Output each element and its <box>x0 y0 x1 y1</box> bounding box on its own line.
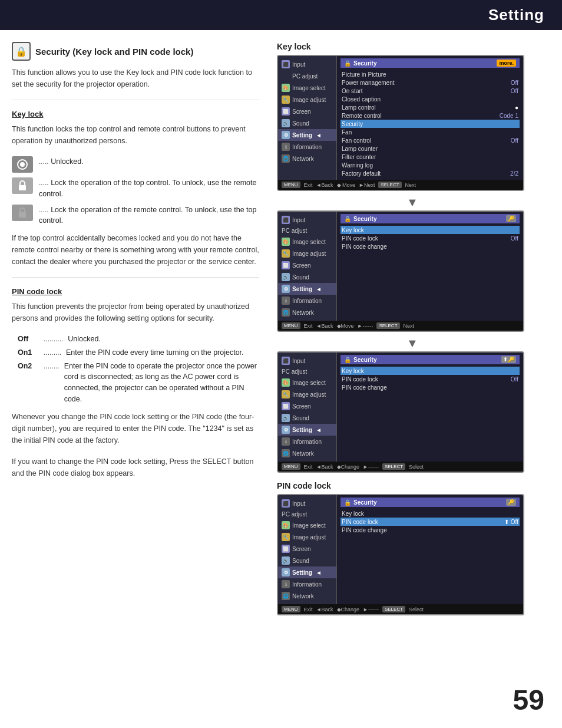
sidebar-item-imgsel-3[interactable]: 🎨 Image select <box>278 377 336 388</box>
sidebar-item-network-2[interactable]: 🌐 Network <box>278 307 336 318</box>
osd-row-fanctrl: Fan controlOff <box>340 136 520 144</box>
sidebar-item-screen-4[interactable]: ⬜ Screen <box>278 543 336 555</box>
sound-icon-3: 🔊 <box>282 414 290 422</box>
pin-option-off: Off .......... Unlocked. <box>18 334 259 345</box>
pin-lock-description: This function prevents the projector fro… <box>12 301 259 324</box>
more-badge-1: more. <box>497 60 516 67</box>
top-control-lock-icon <box>12 177 33 194</box>
sidebar-item-sound-1[interactable]: 🔊 Sound <box>278 117 336 129</box>
osd-sidebar-1: ⬛ Input PC adjust 🎨 Image select 🔧 Image… <box>278 56 337 180</box>
sidebar-item-setting-4[interactable]: ⚙ Setting ◄ <box>278 566 336 578</box>
sidebar-item-screen-1[interactable]: ⬜ Screen <box>278 106 336 117</box>
sound-icon-4: 🔊 <box>282 556 290 565</box>
sidebar-item-pcadj-2[interactable]: PC adjust <box>278 226 336 236</box>
osd-row-filter: Filter counter <box>340 153 520 161</box>
pin-off-text: Unlocked. <box>68 334 101 345</box>
pin-on1-key: On1 <box>18 347 39 358</box>
osd-main-1: 🔒 Security more. Picture in Picture Powe… <box>337 56 523 180</box>
imgadj-icon-2: 🔧 <box>282 249 290 258</box>
sidebar-item-sound-2[interactable]: 🔊 Sound <box>278 271 336 283</box>
imgsel-icon-1: 🎨 <box>282 84 290 92</box>
sidebar-item-sound-3[interactable]: 🔊 Sound <box>278 412 336 424</box>
sidebar-item-network-4[interactable]: 🌐 Network <box>278 590 336 602</box>
input-icon-1: ⬛ <box>282 60 290 68</box>
sidebar-item-info-4[interactable]: ℹ Information <box>278 578 336 590</box>
sidebar-item-imgadj-3[interactable]: 🔧 Image adjust <box>278 388 336 400</box>
setting-icon-4: ⚙ <box>282 568 290 577</box>
security-intro: This function allows you to use the Key … <box>12 67 259 90</box>
sidebar-item-screen-3[interactable]: ⬜ Screen <box>278 400 336 412</box>
osd-submenu-title-1: 🔒 Security more. <box>340 58 520 68</box>
remote-lock-icon <box>12 205 33 221</box>
osd-row-keylock-4: Key lock <box>340 509 520 518</box>
osd-row-pip: Picture in Picture <box>340 70 520 78</box>
screen-icon-2: ⬜ <box>282 261 290 269</box>
pcadj-icon-1 <box>282 72 290 80</box>
sidebar-item-input-2[interactable]: ⬛ Input <box>278 214 336 226</box>
sidebar-item-pcadj-4[interactable]: PC adjust <box>278 509 336 519</box>
sidebar-item-setting-2[interactable]: ⚙ Setting ◄ <box>278 283 336 295</box>
info-icon-2: ℹ <box>282 297 290 305</box>
osd-submenu-title-4: 🔒 Security 🔑 <box>340 498 520 507</box>
sidebar-item-imgsel-2[interactable]: 🎨 Image select <box>278 236 336 248</box>
sidebar-item-imgadj-2[interactable]: 🔧 Image adjust <box>278 248 336 259</box>
sidebar-item-setting-3[interactable]: ⚙ Setting ◄ <box>278 424 336 436</box>
pin-option-on1: On1 ......... Enter the PIN code every t… <box>18 347 259 358</box>
divider-1 <box>12 100 259 100</box>
sidebar-item-info-3[interactable]: ℹ Information <box>278 436 336 447</box>
osd-main-4: 🔒 Security 🔑 Key lock PIN code lock⬆ Off… <box>337 495 523 604</box>
network-icon-4: 🌐 <box>282 592 290 600</box>
osd-row-lamp: Lamp control● <box>340 103 520 111</box>
sidebar-item-imgsel-1[interactable]: 🎨 Image select <box>278 82 336 94</box>
osd-footer-3: MENU Exit ◄Back ◆Change ►------ SELECT S… <box>278 462 523 472</box>
pin-on2-text: Enter the PIN code to operate the projec… <box>64 361 259 405</box>
unlocked-icon <box>12 156 33 173</box>
setting-icon-1: ⚙ <box>282 131 290 139</box>
osd-row-factory: Factory default2/2 <box>340 169 520 177</box>
osd-row-security: Security <box>340 120 520 128</box>
osd-row-pinlock-4: PIN code lock⬆ Off <box>340 518 520 526</box>
sound-icon-2: 🔊 <box>282 273 290 281</box>
page-title: Setting <box>488 6 544 24</box>
sidebar-item-input-3[interactable]: ⬛ Input <box>278 355 336 367</box>
sidebar-item-screen-2[interactable]: ⬜ Screen <box>278 259 336 271</box>
key-lock-warning: If the top control accidentally becomes … <box>12 232 259 268</box>
sidebar-item-info-2[interactable]: ℹ Information <box>278 295 336 307</box>
sidebar-item-pcadj-3[interactable]: PC adjust <box>278 367 336 377</box>
right-column: Key lock ⬛ Input PC adjust 🎨 Image selec… <box>271 42 548 620</box>
network-icon-2: 🌐 <box>282 308 290 317</box>
sidebar-item-info-1[interactable]: ℹ Information <box>278 141 336 153</box>
sidebar-item-input-4[interactable]: ⬛ Input <box>278 498 336 509</box>
sidebar-item-network-1[interactable]: 🌐 Network <box>278 153 336 164</box>
security-title: Security (Key lock and PIN code lock) <box>35 47 193 57</box>
screen-icon-4: ⬜ <box>282 545 290 553</box>
osd-panel-2: ⬛ Input PC adjust 🎨 Image select 🔧 Image… <box>277 210 524 332</box>
top-control-lock-label: Lock the operation of the top control. T… <box>39 179 256 198</box>
network-icon-1: 🌐 <box>282 154 290 163</box>
osd-submenu-title-3: 🔒 Security ⬆🔑 <box>340 355 520 364</box>
osd-row-remote: Remote controlCode 1 <box>340 111 520 120</box>
page-header: Setting <box>0 0 562 30</box>
sidebar-item-imgadj-4[interactable]: 🔧 Image adjust <box>278 531 336 543</box>
info-icon-4: ℹ <box>282 580 290 588</box>
key-badge-3: ⬆🔑 <box>501 356 516 363</box>
osd-row-pinchange-4: PIN code change <box>340 526 520 534</box>
sidebar-item-input-1[interactable]: ⬛ Input <box>278 58 336 70</box>
sidebar-item-sound-4[interactable]: 🔊 Sound <box>278 555 336 566</box>
security-section-header: 🔒 Security (Key lock and PIN code lock) <box>12 42 259 61</box>
osd-row-pinlock-3: PIN code lockOff <box>340 375 520 383</box>
sidebar-item-imgadj-1[interactable]: 🔧 Image adjust <box>278 94 336 106</box>
pin-option-on2: On2 ........ Enter the PIN code to opera… <box>18 361 259 405</box>
osd-panel-3: ⬛ Input PC adjust 🎨 Image select 🔧 Image… <box>277 351 524 473</box>
sidebar-item-network-3[interactable]: 🌐 Network <box>278 447 336 459</box>
osd-row-lamp-counter: Lamp counter <box>340 144 520 153</box>
sidebar-item-imgsel-4[interactable]: 🎨 Image select <box>278 519 336 531</box>
setting-icon-3: ⚙ <box>282 426 290 434</box>
sidebar-item-setting-1[interactable]: ⚙ Setting ◄ <box>278 129 336 141</box>
imgsel-icon-3: 🎨 <box>282 378 290 387</box>
input-icon-4: ⬛ <box>282 499 290 508</box>
osd-row-pinchange-2: PIN code change <box>340 242 520 251</box>
pin-lock-note1: Whenever you change the PIN code lock se… <box>12 411 259 446</box>
pin-lock-subtitle: PIN code lock <box>12 287 259 296</box>
sidebar-item-pcadj-1[interactable]: PC adjust <box>278 70 336 82</box>
